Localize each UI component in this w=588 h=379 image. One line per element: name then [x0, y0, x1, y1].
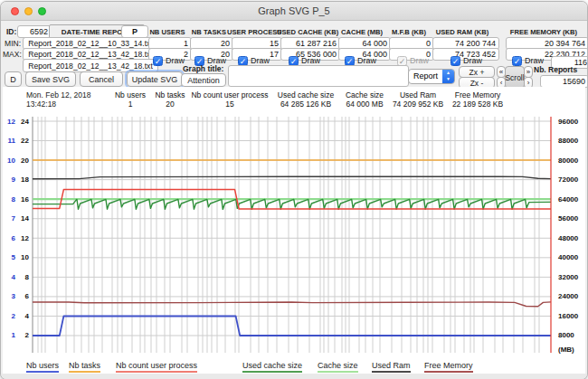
- window-footer: [1, 374, 587, 379]
- right-axis-tick: 16000: [558, 312, 579, 320]
- checkmark-icon: ✓: [153, 56, 163, 66]
- report-select[interactable]: Report ▲▼: [408, 69, 455, 84]
- left-axis-black-tick: 16: [21, 195, 29, 204]
- right-axis-tick: 80000: [558, 156, 579, 165]
- col-header-user-process: USER PROCESS: [227, 28, 281, 36]
- right-axis-tick: 8000: [558, 331, 574, 339]
- left-axis-blue-tick: 5: [12, 253, 16, 261]
- right-axis-tick: 40000: [558, 253, 579, 261]
- title-bar: Graph SVG P_5: [1, 2, 587, 21]
- legend-item-3[interactable]: Used cache size: [242, 361, 302, 373]
- min-label: MIN:: [3, 39, 21, 48]
- right-axis-tick: 48000: [558, 234, 579, 242]
- right-axis-tick: 88000: [558, 137, 579, 145]
- stat-label-6: Free Memory: [419, 90, 536, 99]
- left-axis-blue-tick: 11: [8, 137, 16, 145]
- graph-title-input[interactable]: [228, 65, 409, 87]
- col-header-nb-tasks: NB TASKS: [186, 28, 232, 36]
- graph-title-label: Graph title:: [183, 64, 223, 73]
- stats-time: 13:42:18: [26, 99, 56, 109]
- draw-checkbox-0[interactable]: ✓Draw: [153, 55, 185, 66]
- col-header-nb-users: NB USERS: [145, 28, 190, 36]
- left-axis-black-tick: 12: [21, 234, 29, 242]
- report-select-value: Report: [413, 71, 438, 81]
- left-axis-black-tick: 10: [21, 253, 29, 261]
- chart-legend: Nb usersNb tasksNb count user processUse…: [1, 361, 588, 374]
- checkmark-icon: ✓: [450, 56, 460, 66]
- left-axis-black-tick: 24: [21, 118, 29, 126]
- legend-item-2[interactable]: Nb count user process: [116, 361, 197, 373]
- series-nb-users: [33, 317, 551, 336]
- right-axis-tick: 72000: [558, 175, 579, 184]
- left-axis-black-tick: 8: [25, 273, 30, 281]
- max-label: MAX:: [3, 50, 21, 59]
- left-axis-black-tick: 4: [25, 312, 30, 320]
- legend-item-5[interactable]: Used Ram: [372, 361, 411, 373]
- right-axis-tick: 24000: [558, 292, 579, 300]
- checkmark-icon: ✓: [238, 56, 248, 66]
- app-window: Graph SVG P_5 ID: 6592 DATE-TIME REPORT …: [0, 1, 588, 379]
- legend-item-1[interactable]: Nb tasks: [69, 361, 100, 373]
- id-field[interactable]: 6592: [17, 25, 52, 38]
- scroll-button[interactable]: Scroll: [505, 66, 525, 89]
- left-axis-blue-tick: 9: [12, 175, 16, 184]
- checkmark-icon: ✓: [289, 56, 299, 66]
- draw-checkbox-6[interactable]: ✓Draw: [450, 55, 482, 66]
- left-axis-blue-tick: 12: [7, 118, 15, 126]
- left-axis-blue-tick: 6: [12, 234, 16, 242]
- legend-item-4[interactable]: Cache size: [318, 361, 358, 373]
- left-axis-black-tick: 2: [25, 331, 30, 339]
- cancel-button[interactable]: Cancel: [80, 71, 123, 87]
- update-svg-button[interactable]: Update SVG: [127, 71, 183, 87]
- d-button[interactable]: D: [5, 71, 22, 87]
- legend-item-0[interactable]: Nb users: [26, 361, 59, 373]
- right-axis-tick: 96000: [558, 118, 579, 126]
- legend-item-6[interactable]: Free Memory: [424, 361, 473, 373]
- left-axis-blue-tick: 7: [12, 214, 16, 223]
- left-axis-black-tick: 14: [21, 214, 29, 223]
- right-axis-tick: 56000: [558, 214, 579, 223]
- left-axis-blue-tick: 2: [12, 312, 16, 320]
- col-header-free-memory: FREE MEMORY (KB): [504, 28, 583, 36]
- id-label: ID:: [6, 27, 16, 36]
- checkmark-icon: ✓: [345, 56, 355, 66]
- left-axis-black-tick: 18: [21, 175, 29, 184]
- window-title: Graph SVG P_5: [1, 5, 587, 16]
- left-axis-black-tick: 20: [21, 156, 29, 165]
- left-axis-blue-tick: 8: [12, 195, 16, 204]
- nb-reports-field[interactable]: 15690: [540, 75, 588, 88]
- col-header-mfb: M.F.B (KB): [387, 28, 431, 36]
- series-used-ram: [33, 176, 551, 179]
- left-axis-black-tick: 22: [21, 137, 29, 145]
- current-report-field[interactable]: Report_2018_02_12__13_42_18.txt: [23, 59, 158, 72]
- col-header-cache: CACHE (MB): [337, 28, 387, 36]
- series-free-memory: [33, 302, 551, 307]
- line-chart[interactable]: 1211109876543212422201816141210864296000…: [1, 112, 588, 358]
- save-svg-button[interactable]: Save SVG: [25, 71, 76, 87]
- scroll-control: « ‹ Scroll » ›: [497, 66, 531, 87]
- right-axis-tick: 64000: [558, 195, 579, 204]
- graph-title-value-button[interactable]: Attention: [181, 73, 226, 87]
- right-axis-unit-label: (MB): [558, 346, 574, 354]
- nb-reports-label: Nb. Reports: [534, 65, 577, 74]
- col-header-used-ram: USED RAM (KB): [430, 28, 495, 36]
- left-axis-blue-tick: 4: [12, 273, 16, 281]
- left-axis-blue-tick: 1: [12, 331, 16, 339]
- series-used-cache-size: [33, 199, 551, 209]
- left-axis-black-tick: 6: [25, 292, 30, 300]
- right-axis-tick: 32000: [558, 273, 579, 281]
- checkmark-icon: ✓: [512, 56, 522, 66]
- left-axis-blue-tick: 10: [7, 156, 15, 165]
- select-spinner-icon: ▲▼: [442, 70, 454, 83]
- checkmark-icon: ✓: [397, 56, 407, 66]
- left-axis-blue-tick: 3: [12, 292, 16, 300]
- stat-value-6: 22 189 528 KB: [419, 99, 536, 109]
- col-header-used-cache: USED CACHE (KB): [277, 28, 338, 36]
